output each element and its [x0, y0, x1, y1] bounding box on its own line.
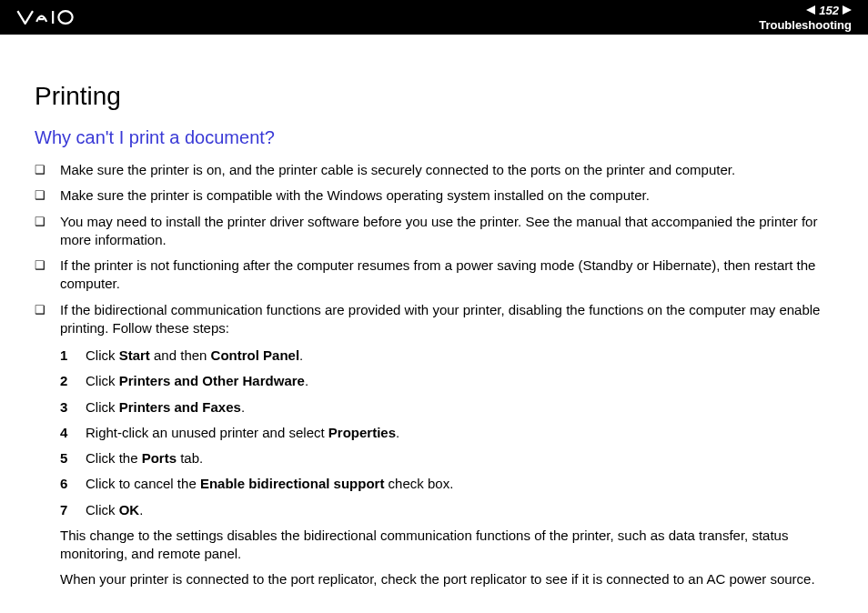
bullet-text: You may need to install the printer driv…: [60, 213, 833, 250]
prev-page-icon[interactable]: [806, 5, 815, 15]
step-item: 7Click OK.: [60, 501, 833, 519]
step-text: Click the Ports tab.: [86, 449, 833, 467]
step-item: 6Click to cancel the Enable bidirectiona…: [60, 475, 833, 493]
list-item: Make sure the printer is compatible with…: [35, 186, 833, 205]
list-item: Make sure the printer is on, and the pri…: [35, 161, 833, 179]
list-item: You may need to install the printer driv…: [35, 213, 833, 250]
page-content: Printing Why can't I print a document? M…: [0, 35, 868, 613]
step-text: Click Printers and Other Hardware.: [86, 372, 833, 390]
closing-para: This change to the settings disables the…: [60, 527, 833, 564]
step-item: 4Right-click an unused printer and selec…: [60, 424, 833, 442]
page-header: 152 Troubleshooting: [0, 0, 868, 35]
step-item: 5Click the Ports tab.: [60, 449, 833, 467]
bullet-text: If the bidirectional communication funct…: [60, 302, 820, 336]
step-item: 2Click Printers and Other Hardware.: [60, 372, 833, 390]
bullet-text: If the printer is not functioning after …: [60, 256, 833, 294]
step-item: 1Click Start and then Control Panel.: [60, 347, 833, 365]
section-label: Troubleshooting: [759, 18, 852, 32]
step-text: Click to cancel the Enable bidirectional…: [86, 475, 833, 493]
step-text: Click Printers and Faxes.: [86, 398, 833, 417]
bullet-text: Make sure the printer is on, and the pri…: [60, 161, 833, 179]
step-text: Click Start and then Control Panel.: [86, 347, 833, 365]
step-text: Click OK.: [86, 501, 833, 519]
closing-para: When your printer is connected to the po…: [60, 570, 833, 588]
question-heading: Why can't I print a document?: [35, 127, 833, 148]
bullet-list: Make sure the printer is on, and the pri…: [35, 161, 833, 589]
page-number: 152: [819, 4, 839, 17]
list-item: If the bidirectional communication funct…: [35, 301, 833, 589]
step-item: 3Click Printers and Faxes.: [60, 398, 833, 417]
next-page-icon[interactable]: [843, 5, 852, 15]
bullet-text: Make sure the printer is compatible with…: [60, 186, 833, 205]
steps-list: 1Click Start and then Control Panel. 2Cl…: [60, 347, 833, 519]
page-title: Printing: [35, 82, 833, 111]
step-text: Right-click an unused printer and select…: [86, 424, 833, 442]
vaio-logo: [16, 9, 105, 25]
list-item: If the printer is not functioning after …: [35, 256, 833, 294]
header-right: 152 Troubleshooting: [759, 4, 852, 32]
page-nav: 152: [759, 4, 852, 17]
svg-point-1: [58, 11, 72, 24]
